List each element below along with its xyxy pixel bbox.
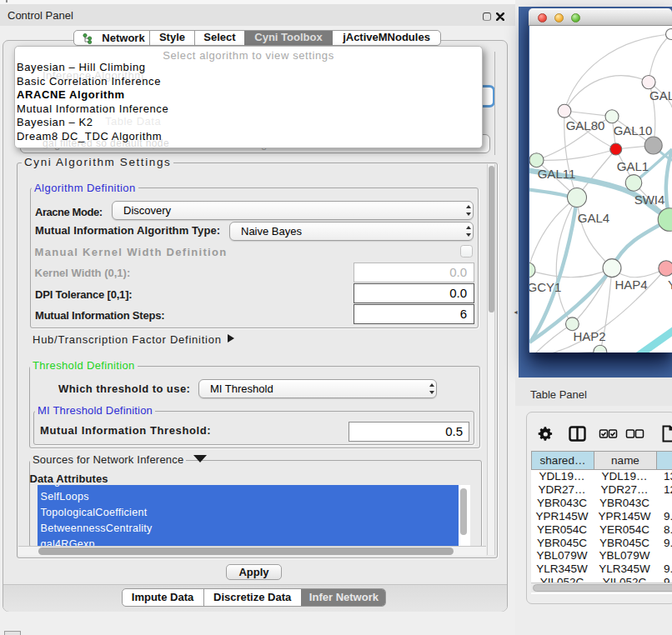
svg-text:GAL7: GAL7 [649, 88, 672, 102]
svg-text:GAL80: GAL80 [566, 118, 605, 132]
svg-text:HAP4: HAP4 [614, 278, 647, 292]
svg-text:GAL10: GAL10 [614, 123, 653, 138]
svg-text:SWI4: SWI4 [634, 192, 665, 207]
svg-text:Y: Y [668, 278, 672, 292]
svg-text:GCY1: GCY1 [529, 280, 561, 294]
svg-text:HAP2: HAP2 [573, 329, 605, 343]
svg-text:GAL1: GAL1 [617, 159, 649, 173]
svg-text:GAL4: GAL4 [578, 211, 609, 225]
svg-text:GAL11: GAL11 [538, 167, 576, 181]
